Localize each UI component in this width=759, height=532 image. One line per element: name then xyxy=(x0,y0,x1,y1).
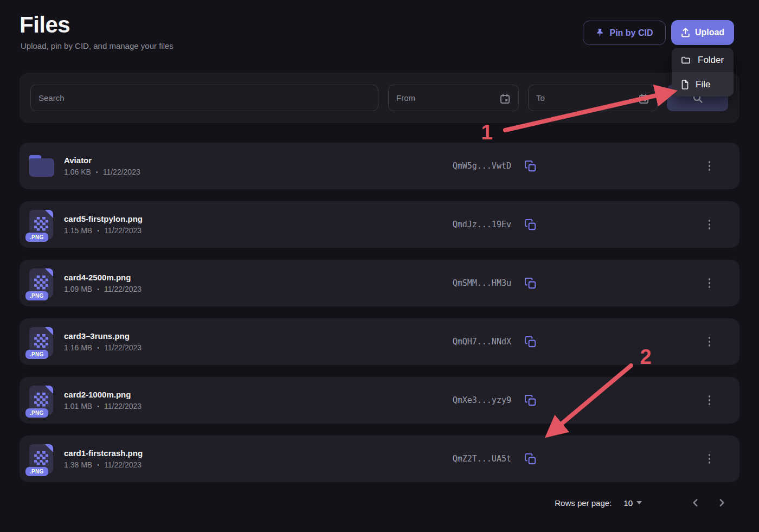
copy-cid-button-row-3[interactable] xyxy=(524,277,537,290)
copy-cid-button-row-5[interactable] xyxy=(524,394,537,407)
copy-icon xyxy=(524,277,537,290)
pin-icon xyxy=(595,28,604,37)
copy-cid-button-row-6[interactable] xyxy=(524,453,537,465)
page-title: Files xyxy=(20,12,70,38)
folder-icon xyxy=(29,155,54,177)
row-menu-button[interactable] xyxy=(705,451,714,467)
previous-page-button[interactable] xyxy=(689,496,703,510)
file-name: card5-firstpylon.png xyxy=(64,214,414,223)
row-menu-button[interactable] xyxy=(705,275,714,291)
search-input[interactable] xyxy=(30,85,378,111)
file-name: Aviator xyxy=(64,156,414,165)
file-size: 1.15 MB xyxy=(64,226,92,235)
png-file-icon: .PNG xyxy=(29,268,53,298)
table-row[interactable]: .PNG card4-2500m.png 1.09 MB • 11/22/202… xyxy=(20,260,739,306)
file-type-badge: .PNG xyxy=(25,408,48,418)
file-meta: 1.01 MB • 11/22/2023 xyxy=(64,402,414,411)
file-list: Aviator 1.06 KB • 11/22/2023 QmW5g...Vwt… xyxy=(20,143,739,482)
upload-label: Upload xyxy=(695,28,724,37)
meta-separator-dot: • xyxy=(97,462,99,468)
file-meta: 1.38 MB • 11/22/2023 xyxy=(64,460,414,469)
copy-cid-button-row-2[interactable] xyxy=(524,219,537,231)
table-row[interactable]: .PNG card5-firstpylon.png 1.15 MB • 11/2… xyxy=(20,201,739,248)
file-type-badge: .PNG xyxy=(25,233,48,242)
png-file-icon: .PNG xyxy=(29,386,53,415)
file-date: 11/22/2023 xyxy=(104,343,141,352)
rows-per-page-label: Rows per page: xyxy=(555,498,612,508)
file-date: 11/22/2023 xyxy=(104,402,141,411)
meta-separator-dot: • xyxy=(97,403,99,409)
table-row[interactable]: .PNG card3–3runs.png 1.16 MB • 11/22/202… xyxy=(20,318,739,365)
copy-icon xyxy=(524,160,537,172)
rows-per-page-value: 10 xyxy=(623,498,633,508)
file-name: card4-2500m.png xyxy=(64,273,414,282)
table-row[interactable]: .PNG card1-firstcrash.png 1.38 MB • 11/2… xyxy=(20,435,739,482)
filter-panel xyxy=(20,73,739,123)
copy-icon xyxy=(524,453,537,465)
pin-by-cid-button[interactable]: Pin by CID xyxy=(583,21,666,45)
file-name: card3–3runs.png xyxy=(64,331,414,341)
file-name: card1-firstcrash.png xyxy=(64,448,414,458)
next-page-button[interactable] xyxy=(715,496,729,510)
copy-cid-button-row-1[interactable] xyxy=(524,160,537,172)
upload-icon xyxy=(681,28,690,37)
png-file-icon: .PNG xyxy=(29,444,53,473)
file-meta: 1.15 MB • 11/22/2023 xyxy=(64,226,414,235)
row-menu-button[interactable] xyxy=(705,334,714,350)
date-from-input[interactable] xyxy=(388,85,519,111)
file-meta: 1.16 MB • 11/22/2023 xyxy=(64,343,414,352)
upload-button[interactable]: Upload xyxy=(671,20,734,45)
pagination-bar: Rows per page: 10 xyxy=(555,491,729,515)
file-size: 1.01 MB xyxy=(64,402,92,411)
meta-separator-dot: • xyxy=(96,169,98,175)
file-cid: QmZ2T...UA5t xyxy=(414,454,511,464)
file-date: 11/22/2023 xyxy=(104,285,141,293)
meta-separator-dot: • xyxy=(97,227,99,234)
row-menu-button[interactable] xyxy=(705,216,714,233)
file-name: card2-1000m.png xyxy=(64,390,414,399)
upload-menu-item-folder[interactable]: Folder xyxy=(672,48,734,72)
file-date: 11/22/2023 xyxy=(103,168,140,176)
file-cid: QmXe3...yzy9 xyxy=(414,395,511,405)
file-size: 1.38 MB xyxy=(64,460,92,469)
meta-separator-dot: • xyxy=(97,286,99,292)
copy-cid-button-row-4[interactable] xyxy=(524,336,537,348)
chevron-down-icon xyxy=(636,501,642,504)
copy-icon xyxy=(524,336,537,348)
upload-menu-item-label: Folder xyxy=(698,55,724,66)
file-cid: QmW5g...VwtD xyxy=(414,161,511,171)
row-menu-button[interactable] xyxy=(705,158,714,174)
png-file-icon: .PNG xyxy=(29,327,53,356)
file-cid: QmdJz...19Ev xyxy=(414,220,511,229)
page-subtitle: Upload, pin by CID, and manage your file… xyxy=(21,41,173,50)
upload-menu: Folder File xyxy=(672,48,734,97)
copy-icon xyxy=(524,219,537,231)
pin-by-cid-label: Pin by CID xyxy=(609,28,653,38)
file-type-badge: .PNG xyxy=(25,291,48,300)
upload-menu-item-file[interactable]: File xyxy=(672,72,734,97)
upload-menu-item-label: File xyxy=(696,79,710,90)
file-type-badge: .PNG xyxy=(25,467,48,476)
table-row[interactable]: .PNG card2-1000m.png 1.01 MB • 11/22/202… xyxy=(20,377,739,424)
row-menu-button[interactable] xyxy=(705,392,714,408)
file-meta: 1.06 KB • 11/22/2023 xyxy=(64,168,414,176)
file-icon xyxy=(681,80,689,89)
copy-icon xyxy=(524,394,537,407)
rows-per-page-select[interactable]: 10 xyxy=(623,498,642,508)
file-size: 1.06 KB xyxy=(64,168,91,176)
file-type-badge: .PNG xyxy=(25,350,48,359)
png-file-icon: .PNG xyxy=(29,210,53,239)
file-size: 1.16 MB xyxy=(64,343,92,352)
date-to-input[interactable] xyxy=(528,85,658,111)
file-date: 11/22/2023 xyxy=(104,460,141,469)
file-size: 1.09 MB xyxy=(64,285,92,293)
file-meta: 1.09 MB • 11/22/2023 xyxy=(64,285,414,293)
table-row[interactable]: Aviator 1.06 KB • 11/22/2023 QmW5g...Vwt… xyxy=(20,143,739,189)
annotation-label-1: 1 xyxy=(481,121,492,144)
folder-icon xyxy=(681,55,691,65)
file-cid: QmQH7...NNdX xyxy=(414,337,511,347)
meta-separator-dot: • xyxy=(97,344,99,351)
file-date: 11/22/2023 xyxy=(104,226,141,235)
file-cid: QmSMM...HM3u xyxy=(414,278,511,288)
